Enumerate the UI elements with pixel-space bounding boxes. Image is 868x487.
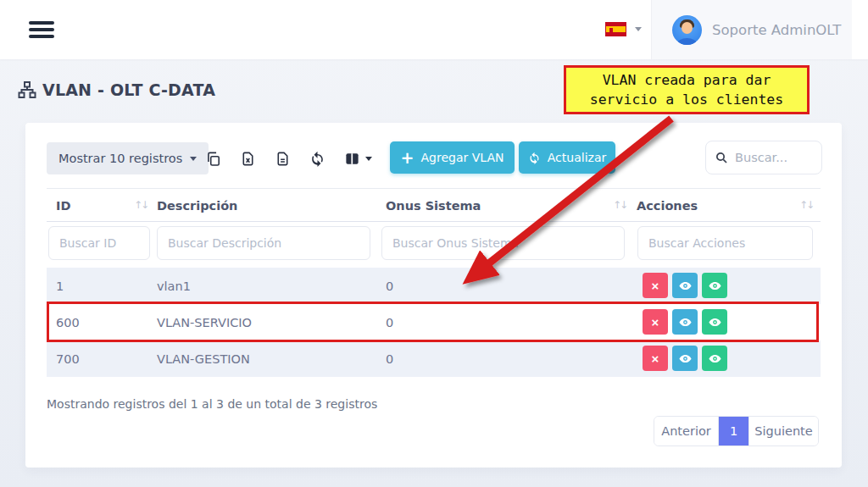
sync-icon [528,152,541,164]
caret-down-icon [190,157,197,161]
view-vlan-button[interactable] [672,346,698,371]
add-vlan-button[interactable]: + Agregar VLAN [390,141,515,174]
view-onus-button[interactable] [702,346,727,371]
cell-onus: 0 [386,268,393,304]
filter-descripcion-input[interactable] [157,226,370,260]
caret-down-icon [365,157,372,161]
export-file-icon[interactable] [275,151,291,167]
annotation-line-1: VLAN creada para dar [603,70,771,90]
pagination-next[interactable]: Siguiente [748,417,818,445]
view-onus-button[interactable] [702,273,727,298]
pagination-previous[interactable]: Anterior [654,417,719,445]
screen: Soporte AdminOLT VLAN - OLT C-DATA VLAN … [0,0,868,487]
cell-id: 600 [56,304,80,340]
row-actions: × [643,346,727,371]
copy-icon[interactable] [205,151,221,167]
table-header-row: ID ↑↓ Descripción ↑↓ Onus Sistema ↑↓ Acc… [47,188,821,222]
cell-id: 1 [56,268,64,304]
annotation-line-2: servicio a los clientes [590,90,783,109]
sitemap-icon [17,80,37,100]
pagination-page-1[interactable]: 1 [719,417,748,445]
filter-id-input[interactable] [48,226,150,260]
search-icon [715,151,728,164]
cell-onus: 0 [386,340,393,377]
sort-icon: ↑↓ [799,199,813,211]
page-title-text: VLAN - OLT C-DATA [42,80,215,99]
column-visibility-icon[interactable] [344,151,372,167]
eye-icon [678,279,693,293]
eye-icon [678,351,693,366]
top-navbar: Soporte AdminOLT [0,0,868,59]
eye-icon [678,315,693,329]
pagination: Anterior 1 Siguiente [654,416,819,446]
records-info: Mostrando registros del 1 al 3 de un tot… [47,397,377,411]
view-vlan-button[interactable] [672,309,698,335]
column-header-acciones[interactable]: Acciones [637,189,698,223]
user-name: Soporte AdminOLT [712,22,841,38]
row-actions: × [643,273,727,298]
table-row-vlan-gestion: 700 VLAN-GESTION 0 × [47,340,821,377]
row-actions: × [643,309,727,335]
user-menu[interactable]: Soporte AdminOLT [651,0,852,59]
delete-vlan-button[interactable]: × [643,309,668,335]
add-vlan-label: Agregar VLAN [420,151,504,164]
page-title: VLAN - OLT C-DATA [17,80,215,100]
close-icon: × [652,279,659,292]
show-entries-label: Mostrar 10 registros [58,152,182,165]
refresh-icon[interactable] [309,151,326,167]
column-header-onus-sistema[interactable]: Onus Sistema [386,189,481,223]
sort-icon: ↑↓ [134,199,147,211]
cell-descripcion: VLAN-SERVICIO [157,304,252,340]
search-box [705,141,822,174]
table-tools [205,142,372,174]
caret-down-icon [635,27,642,31]
user-avatar [672,15,702,45]
eye-icon [708,279,722,293]
eye-icon [708,315,722,329]
view-vlan-button[interactable] [672,273,698,298]
column-header-id[interactable]: ID [56,189,70,223]
cell-descripcion: vlan1 [157,268,191,304]
cell-onus: 0 [386,304,393,340]
language-selector[interactable] [605,22,642,36]
close-icon: × [652,352,659,365]
update-label: Actualizar [548,151,606,164]
hamburger-menu-icon[interactable] [29,21,54,42]
view-onus-button[interactable] [702,309,727,335]
export-excel-icon[interactable] [240,151,256,167]
table-row-vlan1: 1 vlan1 0 × [47,268,821,304]
show-entries-dropdown[interactable]: Mostrar 10 registros [47,142,209,174]
annotation-callout: VLAN creada para dar servicio a los clie… [564,65,810,114]
filter-onus-input[interactable] [381,226,625,260]
spain-flag-icon [605,22,626,36]
filter-acciones-input[interactable] [637,226,813,260]
sort-icon: ↑↓ [613,199,626,211]
eye-icon [708,351,722,366]
column-header-descripcion[interactable]: Descripción [157,189,237,223]
cell-id: 700 [56,340,80,377]
table-row-vlan-servicio: 600 VLAN-SERVICIO 0 × [47,304,821,340]
search-input[interactable] [735,151,811,164]
plus-icon: + [401,150,415,166]
vlan-table-card: Mostrar 10 registros [25,123,842,468]
table-filter-row [47,224,821,262]
cell-descripcion: VLAN-GESTION [157,340,250,377]
update-button[interactable]: Actualizar [519,141,615,174]
close-icon: × [652,316,659,329]
delete-vlan-button[interactable]: × [643,273,668,298]
delete-vlan-button[interactable]: × [643,346,668,371]
